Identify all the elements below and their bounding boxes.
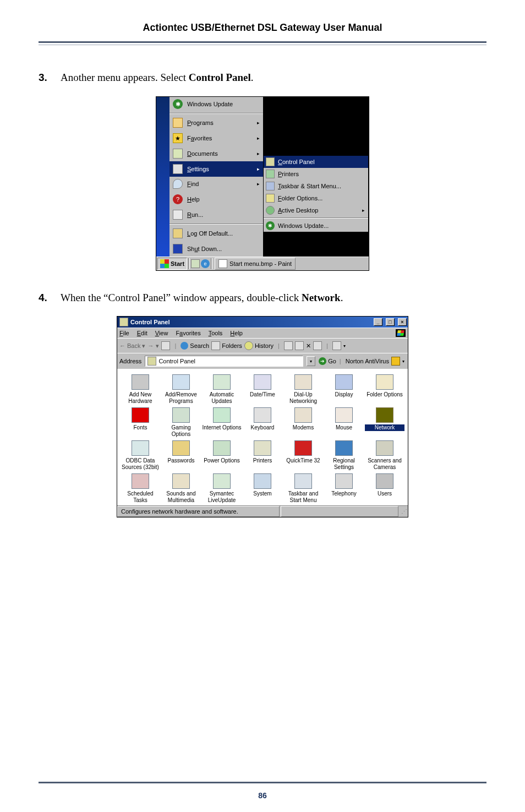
toolbar-search[interactable]: Search [181, 342, 209, 350]
submenu-windows-update-label: Windows Update... [278, 222, 329, 229]
menu-help[interactable]: Help [230, 330, 243, 336]
submenu-taskbar[interactable]: Taskbar & Start Menu... [264, 180, 368, 192]
toolbar-views-icon[interactable] [332, 341, 341, 350]
toolbar-undo-icon[interactable] [313, 341, 322, 350]
us-icon [376, 473, 393, 489]
cp-item-mo[interactable]: Modems [283, 407, 323, 437]
submenu-active-desktop[interactable]: Active Desktop ▸ [264, 204, 368, 216]
cp-item-sv[interactable]: System [243, 473, 282, 503]
menu-file[interactable]: File [119, 330, 129, 336]
start-menu-logoff[interactable]: Log Off Default... [169, 226, 263, 241]
resize-grip-icon[interactable]: ⋰ [400, 508, 408, 515]
cp-item-dt[interactable]: Date/Time [243, 374, 282, 404]
run-icon [173, 210, 183, 220]
cp-item-dn[interactable]: Dial-Up Networking [283, 374, 323, 404]
submenu-printers[interactable]: Printers [264, 168, 368, 180]
status-bar: Configures network hardware and software… [117, 505, 408, 517]
menu-favorites[interactable]: Favorites [176, 330, 200, 336]
toolbar-copyto-icon[interactable] [295, 341, 304, 350]
maximize-button[interactable]: □ [386, 318, 395, 326]
toolbar-views-dd[interactable]: ▾ [343, 344, 346, 348]
cp-item-gm[interactable]: Gaming Options [161, 407, 201, 437]
cp-item-ms[interactable]: Mouse [324, 407, 364, 437]
submenu-folder-options[interactable]: Folder Options... [264, 192, 368, 204]
cp-item-label: Date/Time [243, 391, 282, 398]
cp-item-rg[interactable]: Regional Settings [324, 440, 364, 470]
cp-item-hw[interactable]: Add New Hardware [121, 374, 160, 404]
taskbar-separator [188, 258, 190, 269]
cp-item-sy[interactable]: Symantec LiveUpdate [202, 473, 242, 503]
sc-icon [376, 440, 393, 456]
start-button[interactable]: Start [157, 258, 187, 270]
toolbar-forward-dd[interactable]: ▾ [156, 342, 159, 350]
screenshot-start-menu: Windows98 ✱ Windows Update Programs ▸ ★ … [156, 96, 369, 271]
start-menu-documents-label: Documents [187, 150, 218, 157]
address-dropdown[interactable]: ▾ [307, 356, 315, 366]
toolbar-folders[interactable]: Folders [211, 341, 242, 350]
start-menu-run-label: Run... [187, 211, 203, 218]
cp-item-ts[interactable]: Taskbar and Start Menu [283, 473, 323, 503]
printers-icon [266, 170, 275, 178]
title-bar[interactable]: Control Panel _ □ × [117, 317, 408, 328]
norton-icon [391, 357, 400, 366]
cp-item-sc[interactable]: Scanners and Cameras [365, 440, 404, 470]
toolbar-back[interactable]: ← Back ▾ [119, 342, 145, 350]
start-menu-settings[interactable]: Settings ▸ [169, 161, 263, 177]
go-button[interactable]: ➔ Go [319, 357, 336, 365]
cp-item-po[interactable]: Power Options [202, 440, 242, 470]
cp-item-st[interactable]: Scheduled Tasks [121, 473, 160, 503]
cp-item-ar[interactable]: Add/Remove Programs [161, 374, 201, 404]
dt-icon [254, 374, 271, 390]
help-icon: ? [173, 194, 183, 204]
close-button[interactable]: × [398, 318, 407, 326]
cp-item-kb[interactable]: Keyboard [243, 407, 282, 437]
step-4-post: . [341, 292, 343, 303]
cp-item-sm[interactable]: Sounds and Multimedia [161, 473, 201, 503]
taskbar: Start e Start menu.bmp - Paint [156, 257, 369, 270]
star-icon: ★ [173, 133, 183, 143]
toolbar-delete-icon[interactable]: ✕ [306, 342, 311, 350]
cp-item-fo[interactable]: Folder Options [365, 374, 404, 404]
mo-icon [294, 407, 312, 423]
cp-item-nw[interactable]: Network [365, 407, 404, 437]
menu-view[interactable]: View [155, 330, 168, 336]
toolbar-forward[interactable]: → [147, 342, 154, 349]
control-panel-body: Add New HardwareAdd/Remove ProgramsAutom… [117, 369, 408, 505]
quicklaunch-desktop-icon[interactable] [191, 259, 200, 268]
cp-item-od[interactable]: ODBC Data Sources (32bit) [121, 440, 160, 470]
cp-item-pw[interactable]: Passwords [161, 440, 201, 470]
start-menu-favorites[interactable]: ★ Favorites ▸ [169, 130, 263, 146]
start-menu-shutdown[interactable]: Shut Down... [169, 241, 263, 257]
cp-item-label: Regional Settings [324, 457, 364, 470]
menu-edit[interactable]: Edit [137, 330, 147, 336]
start-menu-programs[interactable]: Programs ▸ [169, 115, 263, 130]
cp-item-qt[interactable]: QuickTime 32 [283, 440, 323, 470]
submenu-control-panel-label: Control Panel [278, 159, 315, 165]
toolbar-up-icon[interactable] [161, 341, 170, 350]
address-field[interactable]: Control Panel [145, 356, 303, 367]
cp-item-dp[interactable]: Display [324, 374, 364, 404]
start-menu-find[interactable]: Find ▸ [169, 177, 263, 192]
submenu-windows-update[interactable]: ✱ Windows Update... [264, 220, 368, 232]
norton-segment[interactable]: Norton AntiVirus ▾ [344, 357, 406, 366]
menu-tools[interactable]: Tools [209, 330, 223, 336]
taskbar-task-paint[interactable]: Start menu.bmp - Paint [215, 258, 296, 270]
submenu-control-panel[interactable]: Control Panel [264, 156, 368, 168]
start-menu-run[interactable]: Run... [169, 207, 263, 222]
cp-item-pr[interactable]: Printers [243, 440, 282, 470]
quicklaunch-ie-icon[interactable]: e [201, 259, 210, 268]
minimize-button[interactable]: _ [374, 318, 382, 326]
start-menu-help[interactable]: ? Help [169, 192, 263, 207]
cp-item-au[interactable]: Automatic Updates [202, 374, 242, 404]
cp-item-tp[interactable]: Telephony [324, 473, 364, 503]
windows-flag-icon [160, 259, 169, 268]
cp-item-us[interactable]: Users [365, 473, 404, 503]
toolbar-moveto-icon[interactable] [284, 341, 293, 350]
toolbar-history[interactable]: History [244, 341, 274, 350]
taskbar-separator [211, 258, 212, 269]
cp-item-io[interactable]: Internet Options [202, 407, 242, 437]
screenshot-control-panel: Control Panel _ □ × File Edit View Favor… [117, 316, 408, 517]
cp-item-fn[interactable]: Fonts [121, 407, 160, 437]
start-menu-windows-update[interactable]: ✱ Windows Update [169, 97, 263, 112]
start-menu-documents[interactable]: Documents ▸ [169, 146, 263, 161]
